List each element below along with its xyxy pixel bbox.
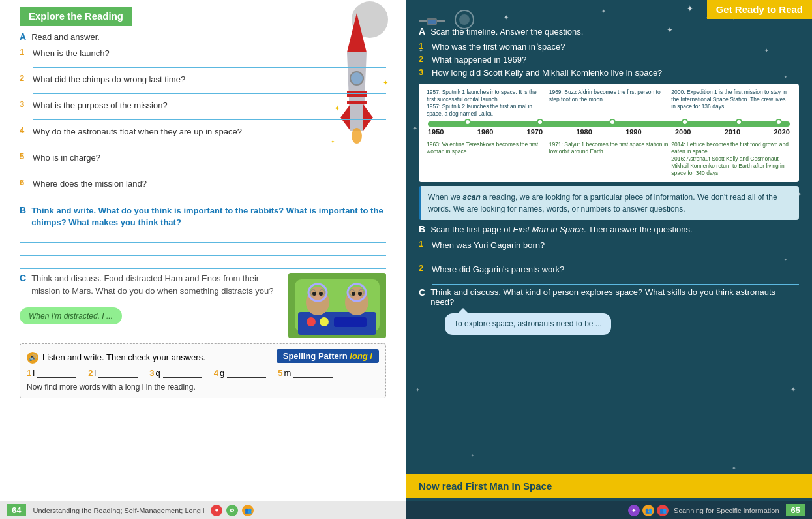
section-b-text: Think and write. What do you think is im… [31,205,386,228]
section-a: A Read and answer. 1 When is the launch?… [20,31,386,202]
spelling-box: 🔊 Listen and write. Then check your answ… [20,343,386,398]
question-4: 4 Why do the astronauts float when they … [20,125,386,150]
speaker-icon: 🔊 [27,352,38,364]
q5-line [33,163,386,172]
left-page-num: 64 [7,504,26,516]
q6-line [33,189,386,198]
right-bq1-text: When was Yuri Gagarin born? [432,240,545,250]
q3-line [33,111,386,120]
svg-text:✦: ✦ [415,387,420,393]
section-c: C Think and discuss. Food distracted Ham… [20,273,386,338]
svg-rect-17 [334,317,367,327]
question-5: 5 Who is in charge? [20,151,386,176]
right-q2-text: What happened in 1969? [432,54,614,66]
left-content: A Read and answer. 1 When is the launch?… [0,26,406,398]
right-q2: 2 What happened in 1969? [419,54,799,66]
q1-text: When is the launch? [33,48,110,58]
tl-note-top-1: 1957: Sputnik 1 launches into space. It … [425,89,548,118]
right-footer-text: Scanning for Specific Information [674,507,779,514]
right-section-a: A Scan the timeline. Answer the question… [419,26,799,80]
right-page: ✦ ✦ ✦ ✦ ✦ ✦ ✦ ✦ ✦ ✦ ✦ ✦ ✦ ✦ ✦ ✦ [406,0,812,519]
timeline-bottom-notes: 1963: Valentina Tereshkova becomes the f… [425,140,792,177]
svg-point-15 [307,317,316,326]
right-q2-num: 2 [419,54,429,64]
tl-note-bottom-2: 1971: Salyut 1 becomes the first space s… [548,141,670,177]
timeline-years: 1950 1960 1970 1980 1990 2000 2010 2020 [425,127,792,137]
right-bq2-text: Where did Gagarin's parents work? [432,264,564,274]
bq2-line [432,275,799,285]
listen-text: Listen and write. Then check your answer… [42,353,205,362]
scan-info-box: When we scan a reading, we are looking f… [419,186,799,220]
now-read-bar: Now read First Man In Space [406,474,812,498]
svg-point-16 [320,317,329,326]
right-bq2: 2 Where did Gagarin's parents work? [419,263,799,285]
speech-bubble-white: To explore space, astronauts need to be … [445,313,611,335]
b-line-2 [20,247,386,256]
right-footer-icon-2: 👥 [642,505,654,516]
spelling-header: Spelling Pattern long i [277,349,379,363]
q6-num: 6 [20,178,30,187]
right-page-num: 65 [786,504,805,516]
left-page: Explore the Reading ✦ ✦ ✦ [0,0,406,519]
right-q1: 1 Who was the first woman in space? [419,41,799,53]
q2-line [33,85,386,94]
right-header-title: Get Ready to Read [716,4,803,15]
right-footer-icon-3: 👥 [657,505,669,516]
section-c-text: Think and discuss. Food distracted Ham a… [31,273,282,296]
right-section-a-label: A [419,26,425,37]
left-header-bar: Explore the Reading [20,7,132,26]
tl-note-top-3: 2000: Expedition 1 is the first mission … [670,89,792,118]
timeline-bar [428,121,790,127]
question-2: 2 What did the chimps do wrong last time… [20,73,386,98]
q3-text: What is the purpose of the mission? [33,101,168,110]
timeline-top-notes: 1957: Sputnik 1 launches into space. It … [425,89,792,119]
q2-num: 2 [20,73,30,83]
right-section-c-text: Think and discuss. What kind of person e… [430,287,799,307]
left-footer: 64 Understanding the Reading; Self-Manag… [0,501,406,519]
tl-note-bottom-3: 2014: Lettuce becomes the first food gro… [670,141,792,177]
right-header-bar: Get Ready to Read [707,0,812,19]
fill-item-3: 3 q [149,368,202,378]
q6-text: Where does the mission land? [33,179,147,189]
q4-num: 4 [20,125,30,135]
svg-point-31 [358,292,362,296]
left-header-title: Explore the Reading [29,10,123,22]
fill-item-5: 5 m [278,368,333,378]
svg-text:✦: ✦ [732,465,736,471]
right-q3-text: How long did Scott Kelly and Mikhail Kom… [432,67,662,79]
q1-line [33,59,386,68]
fill-item-4: 4 g [214,368,266,378]
footer-icon-3: 👥 [242,505,254,516]
right-section-c-label: C [419,287,425,298]
now-read-prefix: Now read [419,480,466,492]
right-q3: 3 How long did Scott Kelly and Mikhail K… [419,67,799,79]
svg-text:✦: ✦ [471,454,474,458]
question-1: 1 When is the launch? [20,47,386,72]
timeline-container: 1957: Sputnik 1 launches into space. It … [419,84,799,182]
right-bq1: 1 When was Yuri Gagarin born? [419,239,799,260]
footer-icons: ♥ ✿ 👥 [211,505,254,516]
b-line-3 [20,260,386,269]
tl-note-bottom-1: 1963: Valentina Tereshkova becomes the f… [425,141,548,177]
svg-point-22 [312,292,316,296]
q4-line [33,137,386,146]
footer-icon-1: ♥ [211,505,222,516]
svg-point-30 [352,292,355,296]
right-content: A Scan the timeline. Answer the question… [406,0,812,335]
fill-items: 1 l 2 l 3 q 4 g [27,368,379,378]
right-q1-line [618,41,800,50]
right-section-b-text: Scan the first page of First Man in Spac… [430,225,693,234]
right-q1-num: 1 [419,41,429,51]
section-b-label: B [20,205,26,215]
svg-point-24 [314,295,322,300]
left-footer-text: Understanding the Reading; Self-Manageme… [33,507,204,514]
speech-bubble-green: When I'm distracted, I ... [20,307,122,324]
bq1-line [432,251,799,260]
q4-text: Why do the astronauts float when they ar… [33,127,242,136]
q5-text: Who is in charge? [33,153,100,163]
q3-num: 3 [20,99,30,109]
section-c-label: C [20,273,26,283]
right-section-a-intro: Scan the timeline. Answer the questions. [430,26,583,38]
now-read-title: First Man In Space [466,480,552,492]
chimp-illustration [288,273,386,338]
